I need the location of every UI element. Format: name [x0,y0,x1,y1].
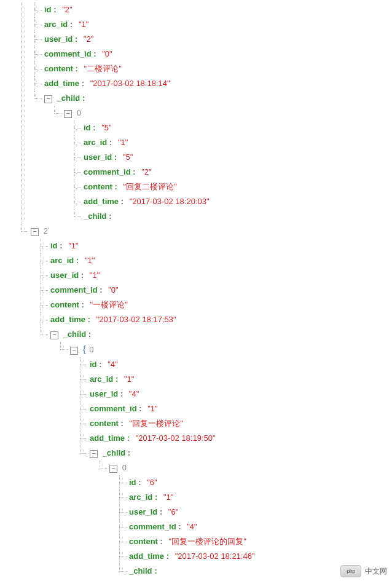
value-user_id: "6" [168,507,178,516]
value-arc_id: "1" [124,374,134,384]
value-add_time: "2017-03-02 18:21:46" [175,551,255,561]
value-add_time: "2017-03-02 18:17:53" [96,315,176,324]
field-add_time: add_time : "2017-03-02 18:17:53" [50,312,392,327]
field-id: id : "2" [44,2,392,17]
value-comment_id: "4" [187,522,197,531]
value-user_id: "5" [123,152,133,162]
array-index: − 0 [109,460,392,475]
field-add_time: add_time : "2017-03-02 18:21:46" [129,549,392,564]
watermark-text: 中文网 [365,566,387,577]
field-arc_id: arc_id : "1" [129,490,392,505]
collapse-icon[interactable]: − [31,228,39,236]
field-content: content : "二楼评论" [44,61,392,76]
php-logo-icon: php [340,565,361,577]
value-content: "回复一楼评论的回复" [169,537,246,546]
field-user_id: user_id : "5" [84,150,392,165]
collapse-icon[interactable]: − [50,331,58,339]
json-tree: id : "2" arc_id : "1" user_id : "2" comm… [0,0,392,581]
field-comment_id: comment_id : "2" [84,165,392,180]
value-comment_id: "0" [102,49,112,58]
value-add_time: "2017-03-02 18:20:03" [130,197,210,206]
field-comment_id: comment_id : "4" [129,520,392,534]
value-arc_id: "1" [118,138,128,147]
value-user_id: "4" [129,389,139,398]
field-arc_id: arc_id : "1" [50,253,392,268]
field-arc_id: arc_id : "1" [90,372,392,387]
value-content: "二楼评论" [84,64,122,73]
array-index: − { 0 [70,342,392,357]
value-comment_id: "0" [108,285,118,294]
value-arc_id: "1" [163,492,173,502]
value-id: "4" [108,360,117,369]
field-id: id : "6" [129,475,392,490]
collapse-icon[interactable]: − [70,347,78,355]
field-content: content : "回复一楼评论的回复" [129,534,392,549]
field-content: content : "回复二楼评论" [84,180,392,194]
field-comment_id: comment_id : "1" [90,401,392,416]
field-id: id : "1" [50,239,392,253]
field-comment_id: comment_id : "0" [50,283,392,298]
field-user_id: user_id : "4" [90,387,392,401]
child-branch: − _child : [90,446,392,460]
value-user_id: "2" [84,34,93,44]
value-arc_id: "1" [85,256,95,265]
collapse-icon[interactable]: − [64,110,72,118]
child-branch: − _child : [50,327,392,342]
field-add_time: add_time : "2017-03-02 18:18:14" [44,76,392,91]
value-user_id: "1" [90,271,100,280]
value-comment_id: "2" [141,167,151,176]
value-add_time: "2017-03-02 18:19:50" [136,433,216,443]
value-id: "5" [101,123,111,132]
value-content: "一楼评论" [90,300,128,309]
value-add_time: "2017-03-02 18:18:14" [90,79,170,88]
field-user_id: user_id : "2" [44,32,392,47]
watermark: php 中文网 [340,565,387,577]
value-id: "6" [147,478,157,487]
brace-open-icon: { [83,344,86,354]
value-id: "1" [68,241,78,250]
collapse-icon[interactable]: − [90,450,98,458]
value-id: "2" [62,5,72,14]
collapse-icon[interactable]: − [109,465,117,473]
array-index: − 0 [64,106,392,121]
field-add_time: add_time : "2017-03-02 18:19:50" [90,431,392,446]
field-id: id : "4" [90,357,392,372]
array-index: − 2 [31,224,392,239]
value-content: "回复二楼评论" [123,182,177,191]
field-content: content : "一楼评论" [50,298,392,312]
field-add_time: add_time : "2017-03-02 18:20:03" [84,194,392,209]
value-comment_id: "1" [147,404,157,413]
child-branch: − _child : [44,91,392,106]
collapse-icon[interactable]: − [44,95,52,103]
value-arc_id: "1" [79,20,88,29]
field-user_id: user_id : "1" [50,268,392,283]
field-arc_id: arc_id : "1" [84,135,392,150]
field-user_id: user_id : "6" [129,505,392,520]
value-content: "回复一楼评论" [130,419,183,428]
field-comment_id: comment_id : "0" [44,47,392,61]
child-empty: _child : [84,209,392,224]
field-arc_id: arc_id : "1" [44,17,392,32]
field-id: id : "5" [84,121,392,135]
field-content: content : "回复一楼评论" [90,416,392,431]
